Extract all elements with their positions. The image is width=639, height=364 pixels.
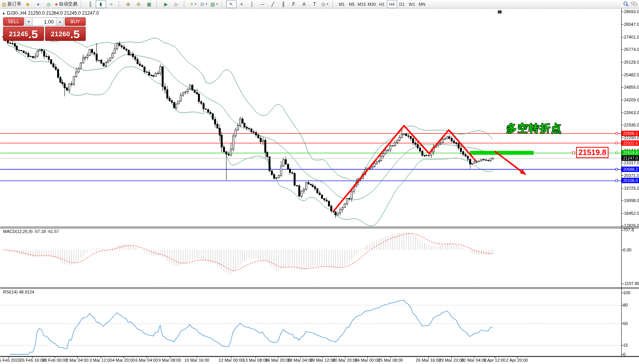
price-tick-label: 20371.0 <box>624 173 639 178</box>
market-watch-icon: ◆ <box>26 2 29 7</box>
signals-icon: ◎ <box>47 2 51 7</box>
zoom-in-icon: ⊕ <box>126 2 130 7</box>
vertical-line-icon: │ <box>250 2 254 7</box>
volume-down-button[interactable]: ▼ <box>25 18 33 25</box>
sell-button[interactable]: SELL <box>3 17 24 26</box>
price-tick-label: 21017.0 <box>624 160 639 165</box>
community-icon: ● <box>37 2 39 7</box>
macd-axis-label: 707.8 <box>623 228 634 232</box>
buy-price-main: 21260 <box>51 30 70 38</box>
indicators-icon[interactable]: +▾ <box>188 0 199 8</box>
rsi-indicator-label: RSI(14) 48.9124 <box>3 290 34 294</box>
templates-icon: ▤ <box>210 2 215 7</box>
timeframe-m15[interactable]: M15 <box>357 0 367 8</box>
channel-icon[interactable]: ║ <box>278 0 289 8</box>
mt4-window: ▥新订单◆●◎●自动交易║▮≈⊕⊖▦▶▷+▾⊙▾▤▾↖+│─╱║FAT◇▾M1M… <box>0 0 639 364</box>
rsi-axis-label: 0 <box>623 352 625 357</box>
rsi-axis-label: 15 <box>623 343 628 347</box>
timeframe-h4[interactable]: H4 <box>387 0 397 8</box>
community-icon[interactable]: ● <box>33 0 43 8</box>
text-label-icon[interactable]: T <box>309 0 320 8</box>
zoom-in-icon[interactable]: ⊕ <box>123 0 134 8</box>
channel-icon: ║ <box>282 2 285 7</box>
macd-axis-label: 0.00 <box>623 248 631 252</box>
time-tick-label: 10 Mar 16:00 <box>184 358 210 362</box>
toolbar-separator <box>156 1 160 7</box>
chat-icon[interactable] <box>630 0 638 8</box>
price-tick-label: 17825.0 <box>624 223 639 228</box>
timeframe-d1[interactable]: D1 <box>397 0 407 8</box>
volume-input[interactable]: 1.00 <box>33 18 56 25</box>
arrows-icon[interactable]: ◇▾ <box>320 0 330 8</box>
candlestick-chart-icon[interactable]: ▮ <box>96 0 106 8</box>
buy-price-button[interactable]: 21260 .5 <box>45 27 86 41</box>
chart-shift-icon[interactable]: ▷ <box>171 0 182 8</box>
new-order-button[interactable]: ▥新订单 <box>1 0 22 8</box>
templates-icon[interactable]: ▤▾ <box>209 0 220 8</box>
time-tick-label: 26 Mar 16:00 <box>416 358 441 362</box>
line-chart-icon: ≈ <box>110 2 113 7</box>
price-flag: 22022.6 <box>622 140 639 146</box>
chart-shift-marker[interactable] <box>498 10 502 13</box>
macd-indicator-label: MACD(12,26,9) -57.18 -61.57 <box>3 229 59 234</box>
horizontal-line-icon: ─ <box>261 2 264 7</box>
candlestick-chart-icon: ▮ <box>100 2 102 7</box>
toolbar: ▥新订单◆●◎●自动交易║▮≈⊕⊖▦▶▷+▾⊙▾▤▾↖+│─╱║FAT◇▾M1M… <box>0 0 639 8</box>
market-watch-icon[interactable]: ◆ <box>22 0 33 8</box>
chart-canvas[interactable] <box>0 8 639 364</box>
collapse-triangle-icon[interactable]: ▲ <box>2 11 5 15</box>
rsi-axis-label: 50 <box>623 321 628 326</box>
timeframe-m5[interactable]: M5 <box>347 0 357 8</box>
buy-price-fraction: .5 <box>70 29 80 40</box>
new-order-button: ▥ <box>2 2 6 7</box>
volume-spinner: ▼ 1.00 ▲ <box>25 17 64 26</box>
line-chart-icon[interactable]: ≈ <box>106 0 117 8</box>
trendline-icon[interactable]: ╱ <box>268 0 278 8</box>
toolbar-separator <box>332 1 336 7</box>
signals-icon[interactable]: ◎ <box>43 0 54 8</box>
timeframe-h1[interactable]: H1 <box>377 0 387 8</box>
bar-chart-icon[interactable]: ║ <box>85 0 96 8</box>
text-icon[interactable]: A <box>299 0 309 8</box>
price-flag: 21247.0 <box>622 155 639 161</box>
timeframe-w1[interactable]: W1 <box>407 0 417 8</box>
fibonacci-icon[interactable]: F <box>289 0 299 8</box>
sell-price-fraction: .5 <box>28 29 38 40</box>
price-tick-label: 25482.0 <box>624 72 639 77</box>
cursor-icon[interactable]: ↖ <box>226 0 237 8</box>
time-tick-label: 25 Feb 2020 <box>0 358 20 362</box>
time-tick-label: 2 Apr 20:00 <box>506 358 528 362</box>
annotation-turning-point[interactable]: 多空转折点 <box>506 121 562 135</box>
horizontal-line-icon[interactable]: ─ <box>257 0 268 8</box>
volume-up-button[interactable]: ▲ <box>56 18 64 25</box>
arrows-icon: ◇ <box>321 2 325 7</box>
autotrading-button[interactable]: ●自动交易 <box>54 0 78 8</box>
tile-windows-icon[interactable]: ▦ <box>144 0 154 8</box>
sell-price-button[interactable]: 21245 .5 <box>3 27 44 41</box>
auto-scroll-icon: ▶ <box>164 2 167 7</box>
timeframe-m30[interactable]: M30 <box>367 0 377 8</box>
price-tick-label: 18452.0 <box>624 211 639 216</box>
price-tick-label: 26774.0 <box>624 47 639 52</box>
toolbar-separator <box>221 1 225 7</box>
chart-shift-icon: ▷ <box>174 2 178 7</box>
indicators-icon: + <box>191 2 193 7</box>
timeframe-m1[interactable]: M1 <box>337 0 347 8</box>
timeframe-mn[interactable]: MN <box>417 0 427 8</box>
tile-windows-icon: ▦ <box>147 2 151 7</box>
price-tick-label: 22936.0 <box>624 123 639 127</box>
time-tick-label: 31 Mar 04:00 <box>462 358 487 362</box>
price-tick-label: 28693.0 <box>624 9 639 14</box>
buy-button[interactable]: BUY <box>65 17 86 26</box>
search-icon[interactable] <box>622 0 630 8</box>
auto-scroll-icon[interactable]: ▶ <box>161 0 171 8</box>
price-tick-label: 26128.0 <box>624 60 639 64</box>
periods-icon[interactable]: ⊙▾ <box>199 0 209 8</box>
crosshair-icon[interactable]: + <box>237 0 247 8</box>
price-callout-label[interactable]: 21519.8 <box>576 147 609 158</box>
time-tick-label: 29 Mar 23:00 <box>439 358 464 362</box>
vertical-line-icon[interactable]: │ <box>247 0 257 8</box>
toolbar-separator <box>184 1 187 7</box>
zoom-out-icon[interactable]: ⊖ <box>134 0 144 8</box>
bar-chart-icon: ║ <box>89 2 92 7</box>
